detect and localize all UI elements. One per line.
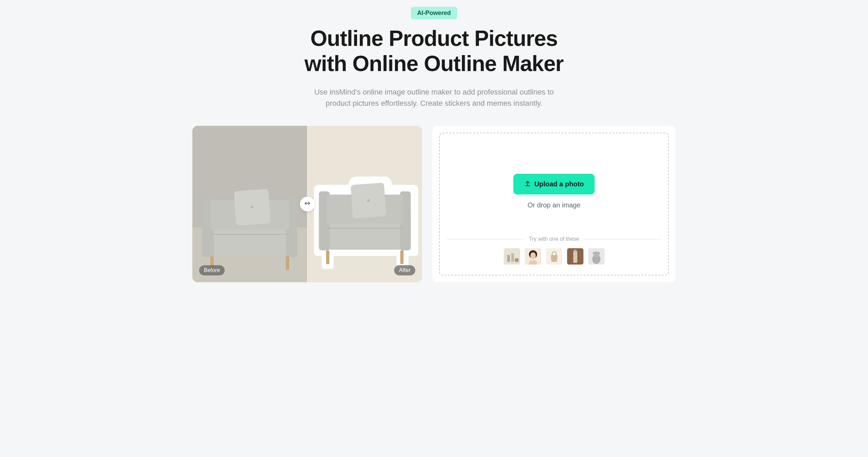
content-row: Before After Upload a ph [192,126,676,282]
sample-thumb-portrait[interactable] [525,248,541,265]
sample-thumb-cat[interactable] [588,248,605,265]
ai-powered-badge: AI-Powered [411,7,457,19]
svg-rect-31 [574,250,577,252]
after-label: After [394,265,415,275]
hero-section: AI-Powered Outline Product Pictures with… [192,7,676,109]
preview-after-side [307,126,422,282]
svg-rect-8 [286,256,289,270]
svg-point-27 [530,252,536,259]
svg-rect-23 [511,253,514,262]
page-subtitle: Use insMind's online image outline maker… [311,86,557,109]
sample-thumb-bottle[interactable] [567,248,583,265]
sofa-after-image [307,170,422,275]
samples-header: Try with one of these [447,236,661,242]
svg-point-15 [367,199,370,202]
page-title: Outline Product Pictures with Online Out… [192,26,676,76]
svg-point-6 [251,206,254,208]
divider-line-left [447,239,524,239]
sample-thumb-cosmetics[interactable] [504,248,520,265]
svg-point-24 [515,258,519,262]
comparison-slider-handle[interactable] [300,197,315,211]
svg-rect-30 [573,251,577,263]
upload-dropzone[interactable]: Upload a photo Or drop an image Try with… [439,133,669,275]
svg-rect-22 [507,255,510,262]
upload-center: Upload a photo Or drop an image [513,147,595,236]
upload-icon [524,180,531,188]
upload-button-label: Upload a photo [534,180,584,188]
svg-rect-16 [326,250,329,264]
samples-section: Try with one of these [447,236,661,265]
upload-panel: Upload a photo Or drop an image Try with… [432,126,676,282]
sample-thumb-handbag[interactable] [546,248,562,265]
before-label: Before [199,265,225,275]
sample-thumbnails-row [447,248,661,265]
before-after-preview: Before After [192,126,422,282]
upload-photo-button[interactable]: Upload a photo [513,174,595,194]
svg-point-34 [593,251,599,257]
sofa-before-image [192,173,307,272]
samples-label: Try with one of these [529,236,579,242]
divider-line-right [584,239,661,239]
drop-hint-text: Or drop an image [528,201,581,209]
title-line-2: with Online Outline Maker [305,51,564,76]
horizontal-arrows-icon [304,200,310,208]
title-line-1: Outline Product Pictures [310,26,558,51]
svg-rect-17 [400,250,403,264]
preview-before-side [192,126,307,282]
